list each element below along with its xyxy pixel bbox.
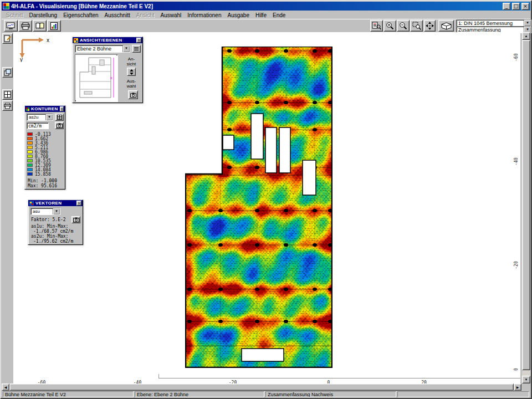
ansicht-close-button[interactable]: × — [136, 38, 141, 43]
window-title: 4H-ALFA - Visualisierung [Bühne Mezzanin… — [11, 3, 501, 9]
vektoren-panel: VEKTOREN × asu ▼ Faktor: 5.E-2 as1u: Min… — [28, 200, 83, 245]
legend-color-swatch — [27, 150, 33, 154]
redraw-button[interactable] — [4, 20, 18, 32]
ansicht-ebenen-panel: ANSICHT/EBENEN × Ebene 2 Bühne ▼ — [72, 37, 143, 103]
ebene-list-button[interactable] — [132, 45, 141, 53]
y-axis-tick: -40 — [514, 156, 519, 167]
ruler-line — [158, 378, 520, 378]
ansicht-apply-button[interactable] — [128, 90, 138, 99]
legend-color-swatch — [27, 146, 33, 149]
svg-text:x: x — [47, 37, 49, 43]
chart-page-button[interactable] — [47, 20, 61, 32]
ebene-select[interactable]: Ebene 2 Bühne ▼ — [75, 45, 130, 53]
legend-color-swatch — [27, 172, 33, 176]
minimize-button[interactable]: _ — [503, 3, 510, 10]
menu-item-hilfe[interactable]: Hilfe — [253, 12, 269, 18]
konturen-panel: KONTUREN × as2u ▼ cm2/m -0.1131.6623.436… — [24, 105, 65, 190]
vektoren-titlebar[interactable]: VEKTOREN × — [28, 200, 83, 206]
legend-value: 15.858 — [35, 172, 51, 177]
legend-min: Min: -1.000 — [25, 178, 57, 183]
report-book-button[interactable] — [33, 20, 47, 32]
menu-item-darstellung[interactable]: Darstellung — [27, 12, 60, 18]
ebene-select-arrow[interactable]: ▼ — [122, 45, 130, 52]
print-button[interactable] — [18, 20, 32, 32]
konturen-close-button[interactable]: × — [60, 106, 64, 111]
menu-item-ausgabe[interactable]: Ausgabe — [224, 12, 252, 18]
grid-button[interactable] — [2, 89, 13, 100]
zoom-window-button[interactable] — [410, 20, 423, 32]
status-model: Bühne Mezzanine Teil E V2 — [3, 391, 134, 397]
vektor-as2u-value: -1./95.62 cm2/m — [30, 239, 73, 244]
y-axis-tick: -20 — [514, 260, 519, 271]
legend-color-swatch — [27, 168, 33, 171]
app-window: 4H-ALFA - Visualisierung [Bühne Mezzanin… — [0, 0, 532, 399]
kontur-camera-button[interactable] — [55, 122, 64, 129]
svg-text:x: x — [110, 76, 112, 80]
menu-item-eigenschaften[interactable]: Eigenschaften — [60, 12, 101, 18]
konturen-panel-icon — [26, 107, 29, 111]
kontur-component-select[interactable]: as2u ▼ — [27, 114, 53, 121]
vektoren-panel-icon — [29, 201, 34, 206]
menu-item-ansicht[interactable]: Ansicht — [134, 12, 157, 18]
status-ebene: Ebene: Ebene 2 Bühne — [135, 391, 264, 397]
vektor-component-select[interactable]: asu ▼ — [30, 208, 60, 215]
ansicht-step-button[interactable] — [127, 68, 136, 76]
fem-plot[interactable] — [185, 47, 332, 368]
kontur-unit-field: cm2/m — [27, 122, 49, 129]
menu-item-ausschnitt[interactable]: Ausschnitt — [102, 12, 133, 18]
statusbar: Bühne Mezzanine Teil E V2 Ebene: Ebene 2… — [2, 391, 530, 398]
legend-max: Max: 95.616 — [25, 183, 57, 188]
view-3d-button[interactable] — [438, 20, 454, 32]
horizontal-scroll-thumb[interactable] — [9, 383, 514, 391]
vektor-camera-button[interactable] — [71, 216, 80, 223]
maximize-button[interactable]: □ — [512, 3, 520, 10]
pan-arrows-button[interactable] — [424, 20, 436, 32]
menu-item-informationen[interactable]: Informationen — [185, 12, 224, 18]
kontur-table-button[interactable] — [55, 114, 64, 121]
vektor-as1u-label: as1u: Min-Max: — [28, 224, 68, 229]
menu-item-schnitt[interactable]: Schnitt — [3, 12, 26, 18]
kontur-component-arrow[interactable]: ▼ — [45, 114, 53, 120]
legend-color-swatch — [27, 137, 33, 140]
vertical-scrollbar[interactable]: ▲ ▼ — [522, 32, 530, 383]
close-button[interactable]: × — [521, 3, 529, 10]
zoom-section-button[interactable] — [370, 20, 383, 32]
menu-item-auswahl[interactable]: Auswahl — [158, 12, 185, 18]
legend-color-swatch — [27, 155, 33, 158]
vektoren-close-button[interactable]: × — [76, 201, 81, 206]
legend-color-swatch — [27, 163, 33, 167]
bemessung-select-arrow[interactable]: ▼ — [524, 20, 531, 26]
app-icon — [3, 3, 9, 9]
y-axis-tick: -60 — [514, 52, 519, 63]
scroll-up-button[interactable]: ▲ — [522, 32, 530, 40]
ansicht-titlebar[interactable]: ANSICHT/EBENEN × — [73, 37, 142, 43]
layers-button[interactable] — [2, 67, 13, 78]
zoom-out-button[interactable] — [397, 20, 410, 32]
vektor-component-arrow[interactable]: ▼ — [53, 208, 60, 214]
vektor-as1u-value: -1./68.57 cm2/m — [30, 229, 73, 234]
svg-text:y: y — [20, 57, 23, 62]
toolbar: 1: DIN 1045 Bemessung ▼ Zusammenfassung … — [2, 19, 530, 32]
horizontal-scrollbar[interactable]: ◀ ▶ — [2, 383, 521, 391]
scroll-right-button[interactable]: ▶ — [514, 383, 521, 391]
vertical-scroll-thumb[interactable] — [522, 40, 530, 370]
menu-item-ende[interactable]: Ende — [270, 12, 288, 18]
y-axis-tick: 0 — [514, 364, 519, 375]
ruler-tick — [158, 374, 159, 378]
menubar: SchnittDarstellungEigenschaftenAusschnit… — [2, 11, 530, 19]
konturen-titlebar[interactable]: KONTUREN × — [25, 106, 65, 112]
print-small-button[interactable] — [2, 100, 13, 111]
legend-color-swatch — [27, 159, 33, 162]
ansicht-panel-icon — [74, 38, 78, 43]
status-nachweis: Zusammenfassung Nachweis — [265, 391, 396, 397]
scroll-left-button[interactable]: ◀ — [2, 383, 9, 391]
scroll-down-button[interactable]: ▼ — [522, 376, 530, 383]
plan-thumbnail[interactable]: x — [75, 54, 118, 102]
zoom-in-button[interactable] — [383, 20, 396, 32]
titlebar[interactable]: 4H-ALFA - Visualisierung [Bühne Mezzanin… — [2, 2, 530, 11]
coordinate-axes-icon: x y — [18, 33, 54, 62]
ansicht-label: An- sicht — [122, 57, 140, 66]
edit-page-button[interactable] — [2, 33, 13, 44]
legend-row: 15.858 — [25, 172, 66, 176]
vektor-faktor: Faktor: 5.E-2 — [28, 217, 66, 222]
